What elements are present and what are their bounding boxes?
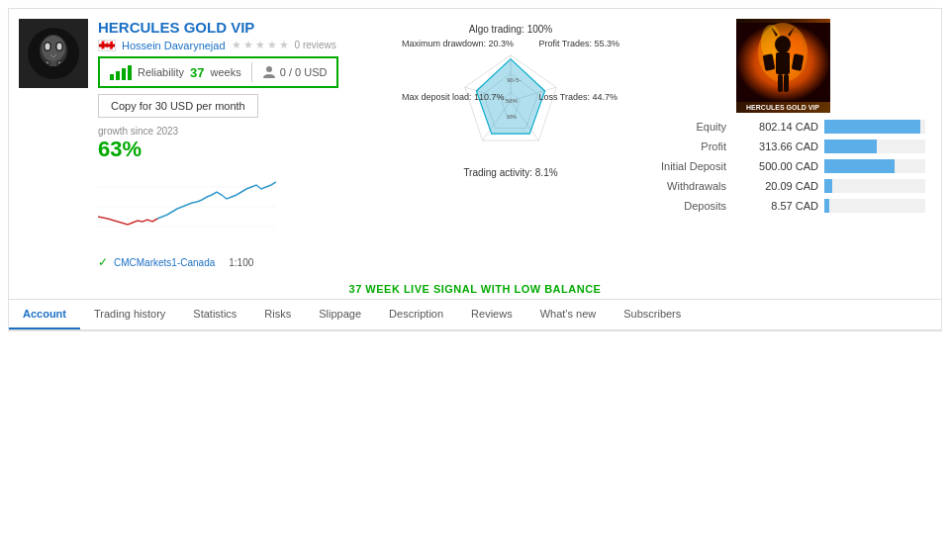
profit-row: Profit 313.66 CAD	[634, 137, 931, 156]
verified-icon: ✓	[98, 255, 108, 269]
star-3: ★	[255, 39, 265, 51]
svg-text:10%: 10%	[506, 114, 517, 120]
live-signal-banner: 37 WEEK LIVE SIGNAL WITH LOW BALANCE	[9, 279, 941, 299]
initial-deposit-label: Initial Deposit	[640, 160, 734, 172]
svg-point-5	[45, 43, 49, 49]
info-column: HERCULES GOLD VIP 🇨🇦 Hossein Davarynejad…	[98, 19, 387, 269]
avatar-box	[19, 19, 88, 88]
loss-trades-label: Loss Trades: 44.7%	[538, 90, 619, 104]
tabs-row: Account Trading history Statistics Risks…	[9, 299, 941, 330]
growth-percentage: 63%	[98, 137, 387, 162]
bar-4	[128, 65, 132, 80]
svg-rect-33	[776, 52, 790, 74]
subscribers-box: 0 / 0 USD	[262, 65, 328, 79]
withdrawals-bar	[824, 179, 925, 193]
reliability-weeks: 37	[190, 65, 204, 80]
radar-right-labels: Profit Trades: 55.3% Loss Trades: 44.7%	[538, 37, 619, 105]
star-5: ★	[279, 39, 289, 51]
deposits-label: Deposits	[640, 200, 734, 212]
initial-deposit-row: Initial Deposit 500.00 CAD	[634, 156, 931, 176]
svg-point-6	[56, 43, 61, 49]
bar-2	[116, 71, 120, 80]
tab-reviews[interactable]: Reviews	[457, 300, 526, 329]
country-flag: 🇨🇦	[98, 40, 116, 51]
profit-bar-fill	[824, 140, 877, 153]
bar-1	[110, 74, 114, 80]
svg-rect-37	[784, 74, 789, 92]
mini-chart	[98, 167, 276, 246]
tab-statistics[interactable]: Statistics	[179, 300, 250, 329]
tab-slippage[interactable]: Slippage	[305, 300, 375, 329]
tab-account[interactable]: Account	[9, 300, 80, 329]
equity-panel: Equity 802.14 CAD Profit 313.66 CAD Init…	[634, 117, 931, 216]
algo-trading-label: Algo trading: 100%	[402, 24, 619, 35]
subscribers-value: 0 / 0 USD	[280, 66, 328, 78]
stars-row: ★ ★ ★ ★ ★ 0 reviews	[232, 39, 336, 51]
growth-since-label: growth since 2023	[98, 126, 387, 137]
initial-deposit-bar	[824, 159, 925, 173]
equity-label: Equity	[640, 121, 734, 133]
equity-value: 802.14 CAD	[734, 121, 818, 133]
reliability-weeks-label: weeks	[211, 66, 241, 78]
signal-image-label: HERCULES GOLD VIP	[736, 102, 830, 113]
reliability-label: Reliability	[138, 66, 184, 78]
subscribers-icon	[262, 65, 276, 79]
initial-deposit-bar-fill	[824, 159, 895, 173]
max-drawdown-label: Maximum drawdown: 20.3%	[402, 37, 514, 50]
tab-description[interactable]: Description	[375, 300, 457, 329]
equity-bar-fill	[824, 120, 920, 134]
star-1: ★	[232, 39, 241, 51]
radar-wrapper: Maximum drawdown: 20.3% Max deposit load…	[402, 37, 619, 165]
star-4: ★	[267, 39, 277, 51]
withdrawals-value: 20.09 CAD	[734, 180, 818, 192]
tab-trading-history[interactable]: Trading history	[80, 300, 179, 329]
main-card: HERCULES GOLD VIP 🇨🇦 Hossein Davarynejad…	[8, 8, 942, 331]
reliability-box: Reliability 37 weeks 0 / 0 USD	[98, 56, 338, 88]
reviews-count: 0 reviews	[295, 40, 336, 50]
withdrawals-bar-fill	[824, 179, 832, 193]
avatar-icon	[27, 27, 81, 81]
radar-section: Algo trading: 100% Maximum drawdown: 20.…	[397, 19, 624, 183]
deposits-bar-fill	[824, 199, 829, 213]
signal-bars-icon	[110, 65, 132, 80]
deposits-row: Deposits 8.57 CAD	[634, 196, 931, 216]
max-deposit-label: Max deposit load: 110.7%	[402, 90, 514, 104]
trading-activity-label: Trading activity: 8.1%	[402, 167, 619, 178]
profit-label: Profit	[640, 140, 734, 152]
equity-row: Equity 802.14 CAD	[634, 117, 931, 137]
broker-link[interactable]: CMCMarkets1-Canada	[114, 257, 215, 268]
signal-image: HERCULES GOLD VIP	[736, 19, 830, 113]
tab-risks[interactable]: Risks	[250, 300, 305, 329]
bar-3	[122, 68, 126, 80]
equity-bar	[824, 120, 925, 134]
svg-point-32	[775, 36, 791, 53]
signal-image-area: HERCULES GOLD VIP Equity 802.14 CAD Prof…	[634, 19, 931, 216]
initial-deposit-value: 500.00 CAD	[734, 160, 818, 172]
withdrawals-label: Withdrawals	[640, 180, 734, 192]
withdrawals-row: Withdrawals 20.09 CAD	[634, 176, 931, 196]
profit-bar	[824, 140, 925, 153]
tab-whats-new[interactable]: What's new	[526, 300, 611, 329]
tab-subscribers[interactable]: Subscribers	[610, 300, 695, 329]
leverage-value: 1:100	[229, 257, 253, 268]
svg-rect-36	[778, 74, 783, 92]
copy-button[interactable]: Copy for 30 USD per month	[98, 94, 258, 118]
deposits-bar	[824, 199, 925, 213]
growth-section: growth since 2023 63%	[98, 126, 387, 162]
star-2: ★	[243, 39, 253, 51]
profit-value: 313.66 CAD	[734, 140, 818, 152]
divider	[251, 62, 252, 82]
warrior-figure	[736, 23, 830, 102]
signal-title: HERCULES GOLD VIP	[98, 19, 387, 36]
deposits-value: 8.57 CAD	[734, 200, 818, 212]
author-row: 🇨🇦 Hossein Davarynejad ★ ★ ★ ★ ★ 0 revie…	[98, 39, 387, 51]
broker-row: ✓ CMCMarkets1-Canada 1:100	[98, 255, 387, 269]
profit-trades-label: Profit Trades: 55.3%	[538, 37, 619, 50]
svg-point-11	[266, 66, 272, 72]
radar-left-labels: Maximum drawdown: 20.3% Max deposit load…	[402, 37, 514, 105]
top-section: HERCULES GOLD VIP 🇨🇦 Hossein Davarynejad…	[9, 9, 941, 279]
author-name: Hossein Davarynejad	[122, 40, 226, 51]
